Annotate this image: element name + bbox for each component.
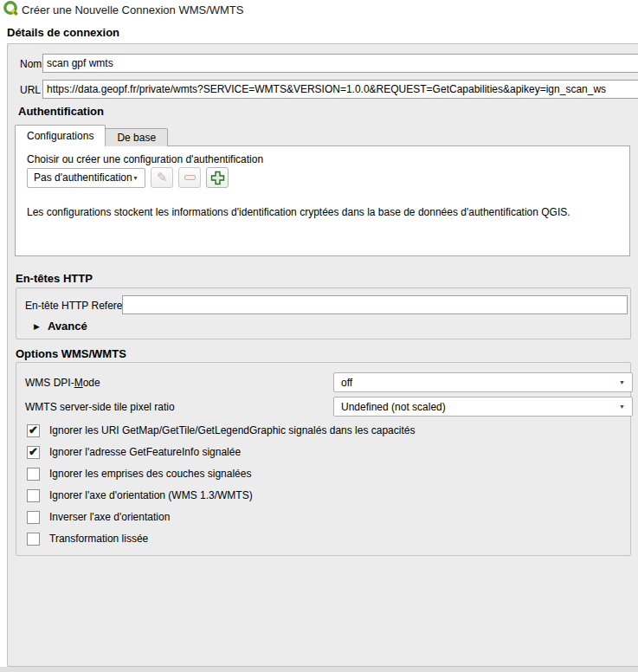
smooth-pixmap-transform-checkbox[interactable]: ✔ xyxy=(27,533,40,546)
checkbox-label: Ignorer les URI GetMap/GetTile/GetLegend… xyxy=(49,424,415,436)
dpi-mode-label: WMS DPI-Mode xyxy=(25,377,100,389)
advanced-expander[interactable]: ▶ Avancé xyxy=(34,320,87,333)
checkbox-row-smooth-transform: ✔ Transformation lissée xyxy=(27,532,148,546)
checkbox-row-ignore-extents: ✔ Ignorer les emprises des couches signa… xyxy=(27,467,251,481)
chevron-down-icon: ▼ xyxy=(619,379,625,385)
triangle-right-icon: ▶ xyxy=(34,322,40,331)
checkbox-row-ignore-getfeatureinfo: ✔ Ignorer l'adresse GetFeatureInfo signa… xyxy=(27,445,241,459)
checkbox-label: Transformation lissée xyxy=(49,533,148,545)
authentication-title: Authentification xyxy=(18,105,104,118)
checkbox-row-ignore-axis: ✔ Ignorer l'axe d'orientation (WMS 1.3/W… xyxy=(27,488,253,502)
checkbox-label: Inverser l'axe d'orientation xyxy=(49,511,170,523)
tab-de-base[interactable]: De base xyxy=(106,128,168,146)
edit-config-button[interactable]: ✎ xyxy=(151,167,173,188)
connection-details-groupbox: Nom URL Authentification Configurations … xyxy=(7,43,638,667)
wms-options-title: Options WMS/WMTS xyxy=(16,347,126,360)
checkmark-icon: ✔ xyxy=(29,424,38,436)
window-title: Créer une Nouvelle Connexion WMS/WMTS xyxy=(22,3,243,16)
chevron-down-icon: ▼ xyxy=(619,404,625,410)
http-headers-frame: En-tête HTTP Referer ▶ Avancé xyxy=(16,288,631,339)
add-config-button[interactable] xyxy=(206,167,229,188)
auth-config-select[interactable]: Pas d'authentification ▼ xyxy=(27,168,145,188)
dialog-titlebar: Créer une Nouvelle Connexion WMS/WMTS xyxy=(0,0,638,21)
name-input[interactable] xyxy=(42,54,638,73)
pencil-icon: ✎ xyxy=(157,170,168,185)
checkbox-row-invert-axis: ✔ Inverser l'axe d'orientation xyxy=(27,510,170,524)
wms-options-frame: WMS DPI-Mode off ▼ WMTS server-side tile… xyxy=(16,362,631,556)
url-input[interactable] xyxy=(42,80,638,99)
checkbox-label: Ignorer l'axe d'orientation (WMS 1.3/WMT… xyxy=(49,489,253,501)
name-label: Nom xyxy=(20,58,42,70)
url-label: URL xyxy=(20,84,41,96)
dpi-mode-select-value: off xyxy=(341,377,352,389)
remove-config-button[interactable] xyxy=(178,167,201,188)
auth-info-text: Les configurations stockent les informat… xyxy=(27,206,570,218)
invert-axis-orientation-checkbox[interactable]: ✔ xyxy=(27,511,40,524)
checkmark-icon: ✔ xyxy=(29,446,38,457)
chevron-down-icon: ▼ xyxy=(132,175,139,181)
http-headers-title: En-têtes HTTP xyxy=(16,272,93,285)
advanced-label: Avancé xyxy=(48,320,87,333)
plus-icon xyxy=(210,171,225,185)
auth-tab-pane: Choisir ou créer une configuration d'aut… xyxy=(15,145,630,256)
auth-controls: Pas d'authentification ▼ ✎ xyxy=(27,167,229,188)
auth-tabbar: Configurations De base xyxy=(15,125,168,146)
connection-details-title: Détails de connexion xyxy=(7,26,119,39)
referer-label: En-tête HTTP Referer xyxy=(25,300,126,312)
checkbox-row-ignore-uri: ✔ Ignorer les URI GetMap/GetTile/GetLege… xyxy=(27,423,415,437)
ignore-getfeatureinfo-checkbox[interactable]: ✔ xyxy=(27,446,40,459)
minus-icon xyxy=(184,175,196,180)
tile-ratio-select[interactable]: Undefined (not scaled) ▼ xyxy=(333,397,633,417)
ignore-layer-extents-checkbox[interactable]: ✔ xyxy=(27,468,40,481)
tile-ratio-label: WMTS server-side tile pixel ratio xyxy=(25,401,175,413)
referer-input[interactable] xyxy=(122,295,628,314)
ignore-getmap-uri-checkbox[interactable]: ✔ xyxy=(27,424,40,437)
checkbox-label: Ignorer les emprises des couches signalé… xyxy=(49,468,251,480)
window-bottom-edge xyxy=(0,667,638,672)
ignore-axis-orientation-checkbox[interactable]: ✔ xyxy=(27,489,40,502)
qgis-logo-icon xyxy=(3,1,18,16)
tile-ratio-select-value: Undefined (not scaled) xyxy=(341,401,446,413)
choose-config-label: Choisir ou créer une configuration d'aut… xyxy=(27,153,263,165)
checkbox-label: Ignorer l'adresse GetFeatureInfo signalé… xyxy=(49,446,241,458)
new-wms-connection-dialog: Créer une Nouvelle Connexion WMS/WMTS Dé… xyxy=(0,0,638,672)
auth-config-select-value: Pas d'authentification xyxy=(34,171,132,184)
tab-configurations[interactable]: Configurations xyxy=(15,125,106,146)
dpi-mode-select[interactable]: off ▼ xyxy=(333,372,633,392)
